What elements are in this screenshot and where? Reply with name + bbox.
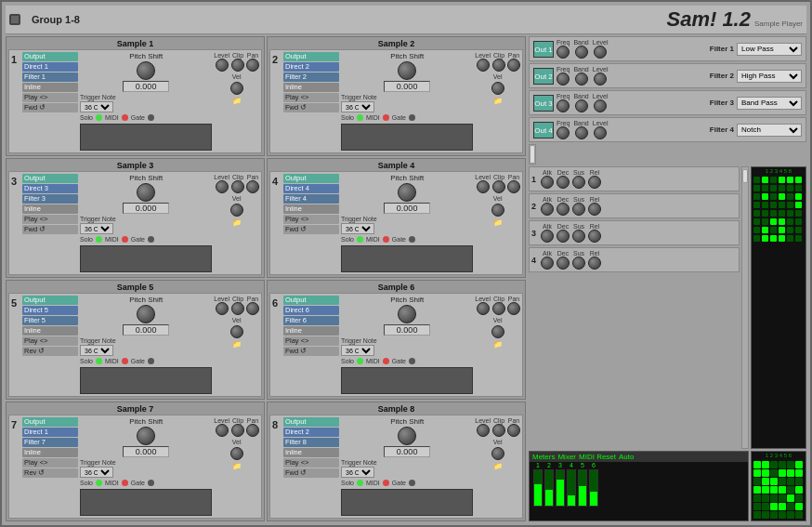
- route-btn-7-5[interactable]: Rev ↺: [22, 468, 78, 478]
- adsr-knob-Dec-4[interactable]: [557, 257, 570, 270]
- matrix-dot-1-0[interactable]: [753, 185, 760, 191]
- vel-knob-3[interactable]: [230, 204, 243, 217]
- midi-led-1[interactable]: [122, 114, 128, 121]
- level-filter-knob-1[interactable]: [594, 46, 607, 59]
- midi-led-2[interactable]: [383, 114, 389, 121]
- matrix-dot-3-1[interactable]: [762, 202, 768, 208]
- route-btn-5-0[interactable]: Output: [22, 296, 78, 305]
- adsr-knob-Sus-4[interactable]: [572, 257, 585, 270]
- matrix-dot-0-1[interactable]: [762, 177, 768, 183]
- piano-dot-6-3[interactable]: [779, 511, 786, 519]
- vel-knob-8[interactable]: [491, 447, 504, 460]
- piano-dot-3-1[interactable]: [762, 486, 769, 494]
- adsr-knob-Sus-2[interactable]: [572, 203, 585, 216]
- clip-knob-1[interactable]: [231, 59, 244, 72]
- piano-dot-5-0[interactable]: [753, 503, 761, 510]
- piano-dot-5-2[interactable]: [770, 503, 778, 510]
- route-btn-5-4[interactable]: Play <>: [22, 336, 78, 346]
- trigger-select-6[interactable]: 36 C1: [341, 345, 374, 356]
- pan-knob-3[interactable]: [246, 180, 259, 193]
- route-btn-6-3[interactable]: Inline: [283, 326, 339, 336]
- freq-filter-knob-3[interactable]: [557, 99, 570, 112]
- route-btn-5-1[interactable]: Direct 5: [22, 306, 78, 315]
- freq-filter-knob-1[interactable]: [557, 46, 570, 59]
- level-knob-1[interactable]: [216, 59, 229, 72]
- freq-filter-knob-4[interactable]: [557, 126, 570, 139]
- matrix-dot-6-5[interactable]: [795, 227, 802, 233]
- piano-dot-6-1[interactable]: [762, 511, 769, 519]
- midi-led-6[interactable]: [383, 358, 389, 364]
- route-btn-7-2[interactable]: Filter 7: [22, 438, 78, 447]
- filters-scrollbar[interactable]: [529, 144, 536, 165]
- matrix-dot-7-1[interactable]: [762, 235, 768, 242]
- route-btn-8-4[interactable]: Play <>: [283, 458, 339, 468]
- piano-dot-3-3[interactable]: [779, 486, 786, 494]
- route-btn-7-1[interactable]: Direct 1: [22, 428, 78, 437]
- matrix-dot-1-4[interactable]: [787, 185, 793, 191]
- level-knob-3[interactable]: [216, 180, 229, 193]
- freq-filter-knob-2[interactable]: [557, 72, 570, 86]
- clip-knob-5[interactable]: [231, 302, 244, 315]
- piano-dot-1-2[interactable]: [770, 469, 778, 477]
- meter-btn-auto[interactable]: Auto: [619, 453, 634, 461]
- pitch-knob-3[interactable]: [137, 183, 155, 202]
- route-btn-5-2[interactable]: Filter 5: [22, 316, 78, 325]
- matrix-dot-3-2[interactable]: [770, 202, 777, 208]
- route-btn-1-2[interactable]: Filter 1: [22, 72, 78, 82]
- route-btn-1-3[interactable]: Inline: [22, 83, 78, 92]
- gate-led-1[interactable]: [148, 114, 154, 121]
- route-btn-2-0[interactable]: Output: [283, 52, 339, 61]
- adsr-knob-Sus-1[interactable]: [572, 176, 585, 189]
- solo-led-5[interactable]: [96, 358, 102, 364]
- matrix-dot-5-0[interactable]: [753, 218, 760, 225]
- piano-dot-0-5[interactable]: [795, 461, 803, 468]
- trigger-select-7[interactable]: 36 C1: [80, 467, 113, 478]
- route-btn-8-5[interactable]: Fwd ↺: [283, 468, 339, 478]
- filter-type-select-2[interactable]: Low PassHigh PassBand PassNotchAll Pass: [737, 70, 802, 83]
- folder-btn-6[interactable]: 📁: [493, 340, 503, 349]
- midi-led-5[interactable]: [122, 358, 128, 364]
- pan-knob-7[interactable]: [246, 424, 259, 437]
- piano-dot-1-5[interactable]: [795, 469, 803, 477]
- piano-dot-4-1[interactable]: [762, 494, 769, 502]
- vel-knob-4[interactable]: [491, 204, 504, 217]
- folder-btn-4[interactable]: 📁: [493, 218, 503, 227]
- midi-led-3[interactable]: [122, 236, 128, 243]
- adsr-knob-Dec-1[interactable]: [557, 176, 570, 189]
- trigger-select-4[interactable]: 36 C1: [341, 223, 374, 234]
- route-btn-1-1[interactable]: Direct 1: [22, 62, 78, 72]
- matrix-dot-6-4[interactable]: [787, 227, 793, 233]
- solo-led-8[interactable]: [357, 480, 363, 486]
- vel-knob-7[interactable]: [230, 447, 243, 460]
- piano-dot-2-3[interactable]: [779, 478, 786, 485]
- solo-led-1[interactable]: [96, 114, 102, 121]
- band-filter-knob-2[interactable]: [575, 72, 588, 86]
- filter-type-select-1[interactable]: Low PassHigh PassBand PassNotchAll Pass: [737, 43, 802, 56]
- level-filter-knob-3[interactable]: [594, 99, 607, 112]
- route-btn-4-0[interactable]: Output: [283, 174, 339, 183]
- adsr-knob-Dec-3[interactable]: [557, 230, 570, 243]
- trigger-select-1[interactable]: 36 C1: [80, 101, 113, 112]
- folder-btn-7[interactable]: 📁: [232, 462, 242, 470]
- piano-dot-0-0[interactable]: [753, 461, 761, 468]
- clip-knob-6[interactable]: [492, 302, 505, 315]
- route-btn-4-3[interactable]: Inline: [283, 204, 339, 214]
- solo-led-7[interactable]: [96, 480, 102, 486]
- pitch-knob-2[interactable]: [398, 61, 416, 80]
- pitch-knob-5[interactable]: [137, 305, 155, 323]
- band-filter-knob-4[interactable]: [575, 126, 588, 139]
- route-btn-6-0[interactable]: Output: [283, 296, 339, 305]
- piano-dot-5-3[interactable]: [779, 503, 786, 510]
- route-btn-2-4[interactable]: Play <>: [283, 93, 339, 102]
- trigger-select-5[interactable]: 36 C1: [80, 345, 113, 356]
- matrix-dot-7-2[interactable]: [770, 235, 777, 242]
- pan-knob-8[interactable]: [507, 424, 520, 437]
- level-knob-6[interactable]: [477, 302, 490, 315]
- matrix-dot-0-4[interactable]: [787, 177, 793, 183]
- matrix-dot-0-3[interactable]: [779, 177, 785, 183]
- matrix-dot-5-2[interactable]: [770, 218, 777, 225]
- route-btn-4-4[interactable]: Play <>: [283, 215, 339, 224]
- matrix-dot-2-0[interactable]: [753, 193, 760, 200]
- piano-dot-6-5[interactable]: [795, 511, 803, 519]
- matrix-dot-2-5[interactable]: [795, 193, 802, 200]
